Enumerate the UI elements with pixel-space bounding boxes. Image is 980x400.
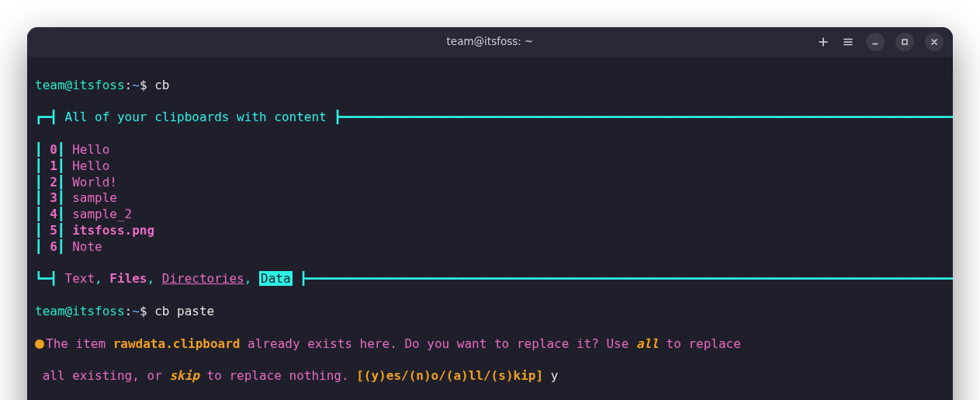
replace-options: [(y)es/(n)o/(a)ll/(s)kip]	[356, 368, 543, 383]
box-bottom-border: ┗━┫ Text, Files, Directories, Data ┣━━━━…	[32, 271, 948, 287]
prompt-symbol: $	[140, 78, 147, 92]
command-2: cb paste	[154, 304, 214, 318]
replace-filename: rawdata.clipboard	[113, 336, 241, 351]
titlebar-actions	[816, 33, 944, 51]
svg-rect-0	[902, 40, 907, 44]
clipboard-label: Hello	[72, 142, 109, 157]
clipboard-label: Note	[72, 239, 102, 254]
clipboard-label: sample	[72, 190, 117, 205]
warning-dot-icon	[35, 339, 44, 349]
clipboard-index: 6	[50, 239, 57, 254]
replace-line2-mid: to replace nothing.	[199, 368, 356, 383]
footer-dirs: Directories	[162, 271, 244, 286]
replace-prompt-line-1: The item rawdata.clipboard already exist…	[32, 336, 948, 353]
prompt-line-2: team@itsfoss:~$ cb paste	[32, 304, 948, 320]
clipboard-row: ┃ 4┃ sample_2	[32, 207, 948, 223]
terminal-body[interactable]: team@itsfoss:~$ cb ┏━┫ All of your clipb…	[27, 57, 953, 400]
clipboard-index: 5	[50, 223, 57, 238]
footer-files: Files	[109, 271, 147, 286]
replace-line2-pre: all existing, or	[35, 368, 169, 383]
clipboard-index: 3	[50, 190, 57, 205]
close-button[interactable]	[925, 33, 944, 51]
replace-all: all	[636, 336, 659, 351]
minimize-button[interactable]	[866, 33, 885, 51]
clipboard-index: 1	[50, 158, 57, 173]
prompt-user: team	[35, 78, 65, 92]
titlebar: team@itsfoss: ~	[27, 27, 953, 57]
clipboard-label: itsfoss.png	[72, 223, 154, 238]
footer-text: Text	[65, 271, 95, 286]
prompt-host: itsfoss	[72, 78, 124, 92]
replace-skip: skip	[169, 368, 199, 383]
clipboard-row: ┃ 6┃ Note	[32, 239, 948, 256]
clipboard-row: ┃ 2┃ World!	[32, 175, 948, 191]
hamburger-menu-button[interactable]	[841, 33, 855, 51]
prompt-path: ~	[132, 78, 140, 92]
clipboard-row: ┃ 0┃ Hello	[32, 142, 948, 158]
terminal-window: team@itsfoss: ~ team@itsfoss:~$ cb ┏━┫ A…	[27, 27, 953, 400]
footer-data: Data	[259, 271, 293, 286]
clipboard-index: 2	[50, 175, 57, 190]
clipboard-row: ┃ 1┃ Hello	[32, 158, 948, 175]
window-title: team@itsfoss: ~	[447, 35, 534, 49]
command-1: cb	[154, 78, 169, 92]
new-tab-button[interactable]	[816, 33, 830, 51]
replace-pre: The item	[46, 336, 113, 351]
box-header: All of your clipboards with content	[65, 110, 327, 124]
clipboard-label: World!	[72, 175, 117, 190]
replace-answer: y	[543, 368, 558, 383]
clipboard-row: ┃ 5┃ itsfoss.png	[32, 223, 948, 239]
clipboard-label: Hello	[72, 158, 109, 173]
maximize-button[interactable]	[895, 33, 914, 51]
replace-mid2: to replace	[659, 336, 741, 351]
box-top-border: ┏━┫ All of your clipboards with content …	[32, 110, 948, 126]
clipboard-label: sample_2	[72, 207, 132, 221]
replace-prompt-line-2: all existing, or skip to replace nothing…	[32, 368, 948, 384]
replace-mid1: already exists here. Do you want to repl…	[240, 336, 636, 351]
clipboard-index: 4	[50, 207, 57, 221]
prompt-line-1: team@itsfoss:~$ cb	[32, 78, 948, 94]
clipboard-index: 0	[50, 142, 57, 157]
clipboard-row: ┃ 3┃ sample	[32, 190, 948, 207]
